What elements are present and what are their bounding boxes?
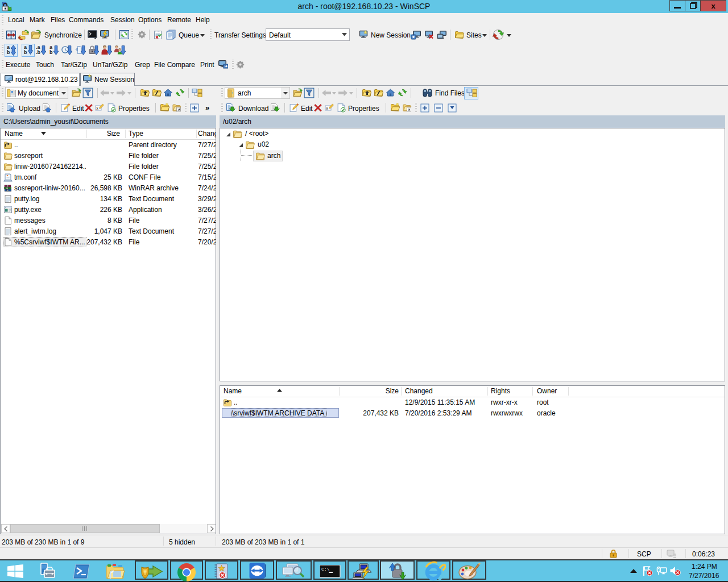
- svg-text:x: x: [96, 106, 98, 110]
- svg-text:x: x: [326, 106, 328, 110]
- svg-text:C:\: C:\: [321, 567, 330, 572]
